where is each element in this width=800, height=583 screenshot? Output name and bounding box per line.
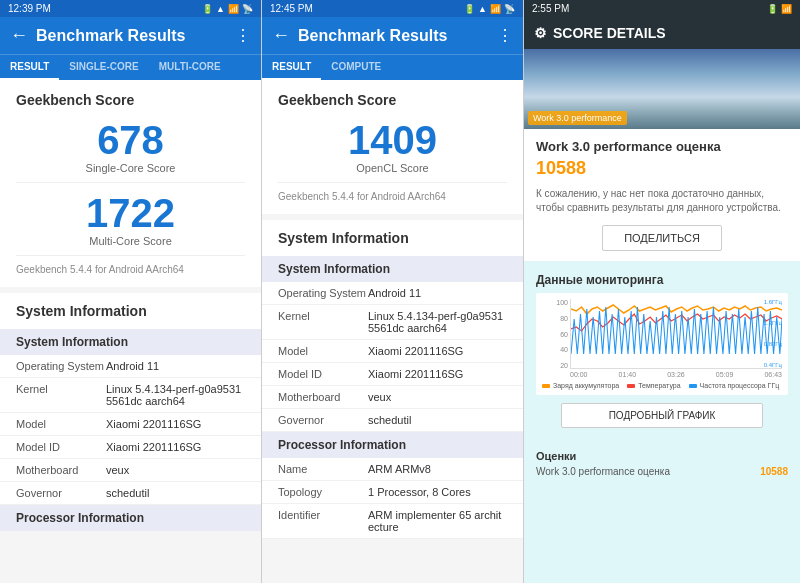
panel-1: 12:39 PM 🔋 ▲ 📶 📡 ← Benchmark Results ⋮ R… xyxy=(0,0,262,583)
score-section-2: Geekbench Score 1409 OpenCL Score Geekbe… xyxy=(262,80,523,214)
info-row: Model ID Xiaomi 2201116SG xyxy=(262,363,523,386)
back-button-2[interactable]: ← xyxy=(272,25,290,46)
score-result-label: Work 3.0 performance оценка xyxy=(536,466,670,477)
panel-content-1: Geekbench Score 678 Single-Core Score 17… xyxy=(0,80,261,583)
gear-icon: ⚙ xyxy=(534,25,547,41)
time-2: 12:45 PM xyxy=(270,3,313,14)
info-row: Motherboard veux xyxy=(262,386,523,409)
info-row: Governor schedutil xyxy=(0,482,261,505)
tabs-1: RESULT SINGLE-CORE MULTI-CORE xyxy=(0,54,261,80)
tab-result-2[interactable]: RESULT xyxy=(262,55,321,80)
sys-info-title-1: System Information xyxy=(0,293,261,319)
score-line: 10588 xyxy=(536,158,788,179)
chart-right-labels: 1.6ГГц 1.2ГГц 0.8ГГц 0.4ГГц xyxy=(764,299,782,368)
status-icons-1: 🔋 ▲ 📶 📡 xyxy=(202,4,253,14)
menu-button-2[interactable]: ⋮ xyxy=(497,26,513,45)
chart-svg xyxy=(571,299,782,359)
title-2: Benchmark Results xyxy=(298,27,489,45)
panel-content-2: Geekbench Score 1409 OpenCL Score Geekbe… xyxy=(262,80,523,583)
info-row: Model Xiaomi 2201116SG xyxy=(0,413,261,436)
opencl-score: 1409 xyxy=(278,118,507,162)
chart-container: 100 80 60 40 20 xyxy=(536,293,788,395)
tabs-2: RESULT COMPUTE xyxy=(262,54,523,80)
info-row: Kernel Linux 5.4.134-perf-g0a95315561dc … xyxy=(262,305,523,340)
score-title-2: Geekbench Score xyxy=(278,92,507,108)
panel-2: 12:45 PM 🔋 ▲ 📶 📡 ← Benchmark Results ⋮ R… xyxy=(262,0,524,583)
tab-compute[interactable]: COMPUTE xyxy=(321,55,391,80)
sys-info-1: System Information System Information Op… xyxy=(0,293,261,531)
legend-battery: Заряд аккумулятора xyxy=(542,382,619,389)
menu-button-1[interactable]: ⋮ xyxy=(235,26,251,45)
score-result-row: Work 3.0 performance оценка 10588 xyxy=(536,466,788,477)
processor-header-2: Processor Information xyxy=(262,432,523,458)
work-score-number: 10588 xyxy=(536,158,586,179)
multi-score-label: Multi-Core Score xyxy=(16,235,245,247)
status-bar-2: 12:45 PM 🔋 ▲ 📶 📡 xyxy=(262,0,523,17)
note-text: К сожалению, у нас нет пока достаточно д… xyxy=(536,187,788,215)
chart-area: 100 80 60 40 20 xyxy=(542,299,782,369)
legend-temp: Температура xyxy=(627,382,680,389)
sys-info-title-2: System Information xyxy=(262,220,523,246)
sys-info-header-2: System Information xyxy=(262,256,523,282)
share-button[interactable]: ПОДЕЛИТЬСЯ xyxy=(602,225,722,251)
sys-info-2: System Information System Information Op… xyxy=(262,220,523,539)
divider-1 xyxy=(16,182,245,183)
chart-x-labels: 00:00 01:40 03:26 05:09 06:43 xyxy=(542,371,782,378)
chart-legend: Заряд аккумулятора Температура Частота п… xyxy=(542,382,782,389)
geekbench-note-1: Geekbench 5.4.4 for Android AArch64 xyxy=(16,264,245,275)
info-row: Governor schedutil xyxy=(262,409,523,432)
info-row: Operating System Android 11 xyxy=(262,282,523,305)
status-bar-1: 12:39 PM 🔋 ▲ 📶 📡 xyxy=(0,0,261,17)
detail-chart-button[interactable]: ПОДРОБНЫЙ ГРАФИК xyxy=(561,403,763,428)
back-button-1[interactable]: ← xyxy=(10,25,28,46)
chart-main: 1.6ГГц 1.2ГГц 0.8ГГц 0.4ГГц xyxy=(570,299,782,369)
opencl-score-label: OpenCL Score xyxy=(278,162,507,174)
single-score-label: Single-Core Score xyxy=(16,162,245,174)
score-section-1: Geekbench Score 678 Single-Core Score 17… xyxy=(0,80,261,287)
sys-info-header-1: System Information xyxy=(0,329,261,355)
scores-label: Оценки xyxy=(536,450,788,462)
monitoring-section: Данные мониторинга 100 80 60 40 20 xyxy=(524,265,800,444)
third-content: Work 3.0 performance Work 3.0 performanc… xyxy=(524,49,800,583)
monitoring-title: Данные мониторинга xyxy=(536,273,788,287)
info-row: Model ID Xiaomi 2201116SG xyxy=(0,436,261,459)
geekbench-note-2: Geekbench 5.4.4 for Android AArch64 xyxy=(278,191,507,202)
multi-score: 1722 xyxy=(16,191,245,235)
panel-3: 2:55 PM 🔋 📶 ⚙ SCORE DETAILS Work 3.0 per… xyxy=(524,0,800,583)
single-score: 678 xyxy=(16,118,245,162)
tab-result-1[interactable]: RESULT xyxy=(0,55,59,80)
tab-single-core[interactable]: SINGLE-CORE xyxy=(59,55,148,80)
info-row: Identifier ARM implementer 65 architectu… xyxy=(262,504,523,539)
score-title-1: Geekbench Score xyxy=(16,92,245,108)
top-bar-1: ← Benchmark Results ⋮ xyxy=(0,17,261,54)
info-row: Model Xiaomi 2201116SG xyxy=(262,340,523,363)
info-row: Topology 1 Processor, 8 Cores xyxy=(262,481,523,504)
score-details-header: ⚙ SCORE DETAILS xyxy=(524,17,800,49)
status-bar-3: 2:55 PM 🔋 📶 xyxy=(524,0,800,17)
top-bar-2: ← Benchmark Results ⋮ xyxy=(262,17,523,54)
scores-section: Оценки Work 3.0 performance оценка 10588 xyxy=(524,444,800,483)
work-badge: Work 3.0 performance xyxy=(528,111,627,125)
tab-multi-core[interactable]: MULTI-CORE xyxy=(149,55,231,80)
status-icons-3: 🔋 📶 xyxy=(767,4,792,14)
work-title: Work 3.0 performance оценка xyxy=(536,139,788,154)
title-1: Benchmark Results xyxy=(36,27,227,45)
score-details-body: Work 3.0 performance оценка 10588 К сожа… xyxy=(524,129,800,261)
info-row: Motherboard veux xyxy=(0,459,261,482)
info-row: Name ARM ARMv8 xyxy=(262,458,523,481)
time-1: 12:39 PM xyxy=(8,3,51,14)
info-row: Operating System Android 11 xyxy=(0,355,261,378)
score-result-value: 10588 xyxy=(760,466,788,477)
status-icons-2: 🔋 ▲ 📶 📡 xyxy=(464,4,515,14)
time-3: 2:55 PM xyxy=(532,3,569,14)
processor-header-1: Processor Information xyxy=(0,505,261,531)
score-details-title: SCORE DETAILS xyxy=(553,25,666,41)
legend-freq: Частота процессора ГГц xyxy=(689,382,780,389)
hero-image: Work 3.0 performance xyxy=(524,49,800,129)
divider-2 xyxy=(16,255,245,256)
chart-y-axis: 100 80 60 40 20 xyxy=(542,299,570,369)
divider-3 xyxy=(278,182,507,183)
info-row: Kernel Linux 5.4.134-perf-g0a95315561dc … xyxy=(0,378,261,413)
